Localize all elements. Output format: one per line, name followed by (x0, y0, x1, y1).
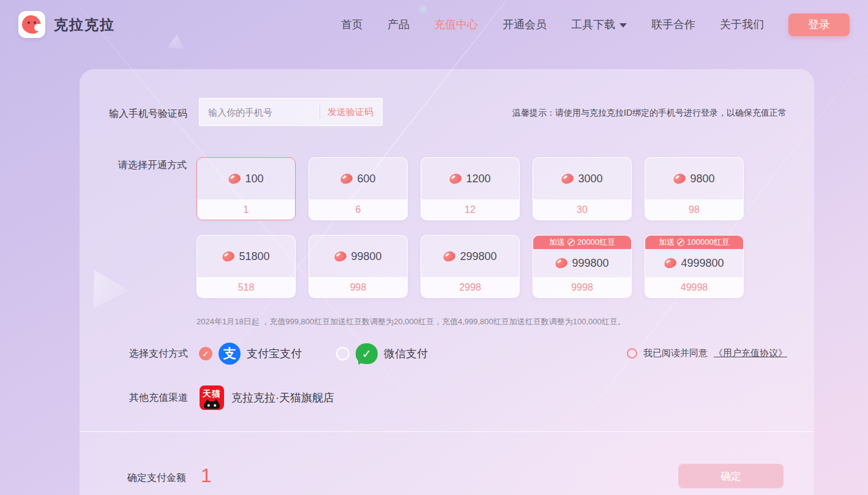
alipay-option[interactable]: 支 支付宝支付 (199, 343, 302, 365)
other-channel-row: 其他充值渠道 天猫 克拉克拉·天猫旗舰店 (129, 384, 334, 411)
recharge-card-100[interactable]: 100 1 (196, 157, 296, 220)
bean-icon (554, 256, 569, 269)
bean-icon (339, 172, 354, 185)
alipay-icon: 支 (219, 343, 241, 365)
card-price: 2998 (421, 277, 519, 297)
recharge-section-label: 请选择开通方式 (118, 159, 187, 172)
card-price: 49998 (645, 277, 743, 297)
card-price: 9998 (533, 277, 631, 297)
agreement-radio[interactable] (627, 348, 637, 359)
pay-amount-value: 1 (201, 464, 212, 487)
top-nav-bar: 克拉克拉 首页 产品 充值中心 开通会员 工具下载 联手合作 关于我们 登录 (0, 0, 868, 49)
nav-item-about-us[interactable]: 关于我们 (720, 17, 764, 32)
bean-amount: 3000 (578, 173, 602, 185)
login-tip: 温馨提示：请使用与克拉克拉ID绑定的手机号进行登录，以确保充值正常 (512, 108, 787, 119)
bean-icon (448, 172, 463, 185)
card-price: 30 (533, 199, 631, 220)
payment-method-row: 选择支付方式 支 支付宝支付 微信支付 (129, 340, 428, 367)
bonus-ribbon: 加送 100000红豆 (645, 236, 743, 249)
bean-icon (663, 256, 678, 269)
nav-item-cooperation[interactable]: 联手合作 (651, 17, 695, 32)
phone-section-label: 输入手机号验证码 (109, 108, 187, 121)
card-price: 6 (309, 199, 407, 220)
recharge-card-4999800[interactable]: 加送 100000红豆 4999800 49998 (645, 235, 744, 298)
bean-amount: 4999800 (681, 257, 724, 270)
bean-icon (560, 172, 575, 185)
other-channel-label: 其他充值渠道 (129, 392, 188, 404)
input-divider (320, 105, 320, 119)
nav-item-home[interactable]: 首页 (341, 17, 363, 32)
tmall-store-link[interactable]: 克拉克拉·天猫旗舰店 (231, 390, 334, 405)
checked-radio-icon (199, 347, 212, 360)
agreement-row: 我已阅读并同意《用户充值协议》 (627, 348, 787, 359)
tmall-icon[interactable]: 天猫 (200, 385, 224, 410)
bean-amount: 299800 (460, 250, 496, 263)
wechat-icon (356, 343, 378, 364)
recharge-page: 克拉克拉 首页 产品 充值中心 开通会员 工具下载 联手合作 关于我们 登录 输… (0, 0, 868, 495)
recharge-card-999800[interactable]: 加送 20000红豆 999800 9998 (533, 235, 632, 298)
bean-amount: 1200 (466, 173, 490, 185)
recharge-options-grid: 100 1 600 6 1200 12 3000 30 9800 (196, 157, 744, 298)
tmall-cat-icon (204, 401, 220, 409)
wechat-option[interactable]: 微信支付 (336, 343, 428, 364)
bean-icon (672, 172, 687, 185)
phone-input[interactable] (208, 107, 312, 117)
nav-item-membership[interactable]: 开通会员 (503, 17, 547, 32)
send-code-button[interactable]: 发送验证码 (327, 106, 373, 118)
recharge-card-299800[interactable]: 299800 2998 (421, 235, 520, 298)
bean-amount: 51800 (239, 250, 269, 263)
unchecked-radio-icon (336, 347, 350, 360)
confirm-button[interactable]: 确定 (678, 464, 784, 488)
main-nav: 首页 产品 充值中心 开通会员 工具下载 联手合作 关于我们 登录 (341, 13, 850, 36)
alipay-label: 支付宝支付 (247, 346, 302, 361)
recharge-card-51800[interactable]: 51800 518 (196, 235, 296, 298)
recharge-card-99800[interactable]: 99800 998 (309, 235, 408, 298)
recharge-panel: 输入手机号验证码 发送验证码 温馨提示：请使用与克拉克拉ID绑定的手机号进行登录… (80, 69, 814, 495)
card-price: 1 (197, 199, 295, 220)
bonus-ribbon: 加送 20000红豆 (533, 236, 631, 249)
bean-amount: 999800 (572, 257, 608, 270)
login-button[interactable]: 登录 (788, 13, 850, 36)
recharge-card-1200[interactable]: 1200 12 (421, 157, 520, 220)
brand-logo[interactable]: 克拉克拉 (18, 11, 115, 38)
pay-amount-label: 确定支付金额 (127, 472, 186, 485)
bean-amount: 600 (357, 173, 375, 185)
agreement-text: 我已阅读并同意 (643, 348, 708, 359)
card-price: 518 (197, 277, 295, 297)
bean-amount: 9800 (690, 173, 714, 185)
bean-outline-icon (677, 239, 684, 246)
bean-amount: 100 (245, 173, 263, 185)
bean-icon (221, 250, 236, 262)
recharge-card-600[interactable]: 600 6 (309, 157, 408, 220)
brand-logo-icon (18, 11, 45, 38)
bean-amount: 99800 (351, 250, 381, 263)
brand-name: 克拉克拉 (54, 15, 115, 34)
bean-outline-icon (567, 239, 575, 246)
payment-section-label: 选择支付方式 (129, 348, 188, 360)
nav-item-products[interactable]: 产品 (387, 17, 410, 32)
card-price: 12 (421, 199, 519, 220)
nav-item-tools-download[interactable]: 工具下载 (571, 17, 627, 32)
bonus-adjustment-note: 2024年1月18日起 ，充值999,800红豆加送红豆数调整为20,000红豆… (196, 316, 626, 327)
footer-divider (80, 431, 814, 432)
bean-icon (333, 250, 348, 262)
bean-icon (442, 250, 457, 262)
recharge-card-3000[interactable]: 3000 30 (533, 157, 632, 220)
chevron-down-icon (619, 23, 627, 28)
phone-input-box: 发送验证码 (199, 98, 383, 126)
card-price: 998 (309, 277, 407, 297)
recharge-card-9800[interactable]: 9800 98 (645, 157, 744, 220)
agreement-link[interactable]: 《用户充值协议》 (714, 348, 787, 359)
nav-item-recharge-center[interactable]: 充值中心 (434, 17, 478, 32)
wechat-label: 微信支付 (384, 346, 428, 361)
card-price: 98 (645, 199, 743, 220)
bean-icon (227, 172, 242, 185)
